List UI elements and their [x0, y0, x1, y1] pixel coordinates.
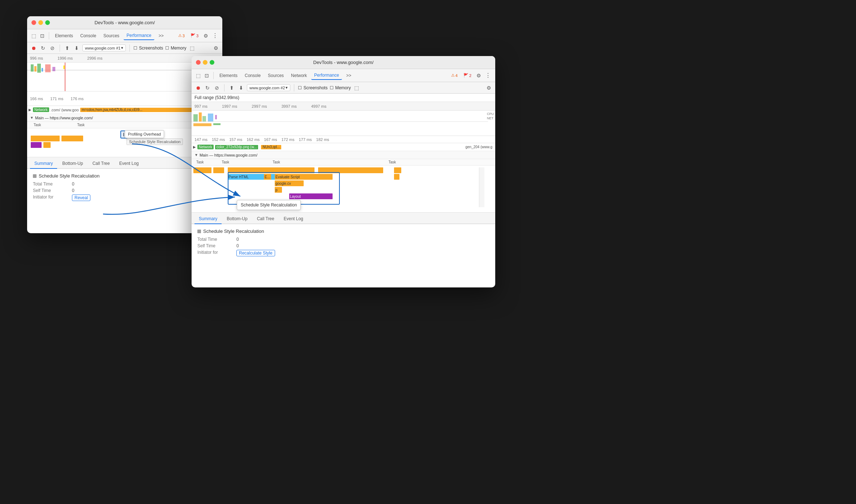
tab-calltree-2[interactable]: Call Tree [253, 214, 279, 224]
tab-network-2[interactable]: Network [288, 72, 310, 80]
flame-right-2 [394, 174, 399, 180]
flame-bar-1-4 [43, 142, 51, 148]
responsive-icon-2[interactable]: ⊡ [203, 72, 210, 79]
svg-rect-12 [202, 116, 206, 121]
screenshots-toggle-2[interactable]: ☐ Screenshots [298, 85, 328, 90]
tab-sources-1[interactable]: Sources [100, 32, 122, 40]
color-dot-1 [33, 174, 37, 178]
record-icon-1[interactable]: ⏺ [30, 44, 37, 52]
tab-more-1[interactable]: >> [156, 32, 167, 40]
capture-icon-1[interactable]: ⬚ [189, 44, 196, 52]
download-icon-1[interactable]: ⬇ [73, 44, 80, 52]
svg-rect-14 [215, 115, 217, 119]
tab-elements-1[interactable]: Elements [52, 32, 76, 40]
recalculate-link-2[interactable]: Recalculate Style [236, 250, 275, 256]
more-menu-2[interactable]: ⋮ [484, 72, 492, 79]
settings-icon-1[interactable]: ⚙ [202, 32, 209, 39]
devtools-window-2: DevTools - www.google.com/ ⬚ ⊡ Elements … [192, 56, 495, 287]
perf-toolbar-2: ⏺ ↻ ⊘ ⬆ ⬇ www.google.com #2 ▾ ☐ Screensh… [192, 82, 495, 94]
url-selector-1[interactable]: www.google.com #1 ▾ [82, 44, 126, 51]
svg-rect-4 [42, 68, 43, 72]
refresh-icon-1[interactable]: ↻ [39, 44, 47, 52]
flame-area-2[interactable]: Parse HTML E... Evaluate Script google.c… [192, 166, 495, 213]
flame-bar-1-2 [61, 136, 83, 141]
settings-icon-3[interactable]: ⚙ [475, 72, 482, 79]
self-time-row-1: Self Time 0 [33, 188, 217, 193]
svg-rect-6 [52, 67, 55, 71]
upload-icon-1[interactable]: ⬆ [64, 44, 71, 52]
tab-console-1[interactable]: Console [77, 32, 99, 40]
tab-summary-1[interactable]: Summary [30, 159, 57, 169]
clear-icon-2[interactable]: ⊘ [213, 84, 221, 91]
maximize-button-2[interactable] [210, 60, 214, 65]
minimize-button-2[interactable] [203, 60, 207, 65]
window-title-1: DevTools - www.google.com/ [95, 20, 155, 25]
tab-performance-2[interactable]: Performance [311, 71, 342, 80]
svg-rect-2 [34, 66, 37, 72]
tab-more-2[interactable]: >> [343, 72, 354, 80]
url-selector-2[interactable]: www.google.com #2 ▾ [247, 84, 290, 91]
svg-rect-15 [193, 123, 211, 126]
svg-rect-1 [31, 64, 34, 72]
tab-console-2[interactable]: Console [242, 72, 264, 80]
tab-calltree-1[interactable]: Call Tree [88, 159, 114, 169]
inspect-icon-1[interactable]: ⬚ [30, 32, 37, 39]
capture-icon-2[interactable]: ⬚ [353, 84, 360, 91]
record-icon-2[interactable]: ⏺ [194, 84, 202, 91]
task-label-2-3: Task [273, 160, 280, 164]
refresh-icon-2[interactable]: ↻ [204, 84, 211, 91]
network-right-2: gen_204 (www.g [466, 145, 493, 149]
cpu-net-labels: CPU NET [487, 112, 494, 120]
summary-title-1: Schedule Style Recalculation [33, 173, 217, 179]
warning-red-2: 🚩 2 [461, 72, 474, 78]
timeline-area-2[interactable]: CPU NET [192, 111, 495, 136]
settings-icon-4[interactable]: ⚙ [485, 84, 492, 91]
inspect-icon-2[interactable]: ⬚ [194, 72, 202, 79]
flame-eval-script: Evaluate Script [275, 174, 333, 180]
color-dot-2 [197, 230, 201, 233]
reveal-link-1[interactable]: Reveal [72, 195, 90, 201]
task-label-1-1: Task [34, 123, 41, 127]
settings-icon-2[interactable]: ⚙ [212, 44, 219, 52]
tab-elements-2[interactable]: Elements [217, 72, 240, 80]
tab-eventlog-2[interactable]: Event Log [279, 214, 308, 224]
summary-panel-2: Schedule Style Recalculation Total Time … [192, 224, 495, 262]
tab-performance-1[interactable]: Performance [124, 31, 154, 40]
close-button-2[interactable] [196, 60, 201, 65]
main-thread-label-1: Main — https://www.google.com/ [35, 116, 93, 120]
window-title-2: DevTools - www.google.com/ [313, 60, 374, 65]
timeline-bar-2: 147 ms 152 ms 157 ms 162 ms 167 ms 172 m… [192, 136, 495, 143]
network-row-2: ▶ Network color_272x92dp.png (w... NUn3,… [192, 143, 495, 151]
warning-red-1: 🚩 3 [188, 33, 201, 39]
svg-rect-10 [193, 114, 198, 121]
tab-bottomup-1[interactable]: Bottom-Up [58, 159, 87, 169]
network-badge-1: Network [33, 107, 49, 112]
task-label-2-2: Task [222, 160, 230, 164]
download-icon-2[interactable]: ⬇ [237, 84, 245, 91]
sched-style-tooltip-1: Schedule Style Recalculation [127, 138, 183, 145]
minimize-button-1[interactable] [38, 20, 43, 25]
scrollbar-2[interactable] [479, 167, 484, 207]
tab-eventlog-1[interactable]: Event Log [115, 159, 143, 169]
initiator-row-2: Initiator for Recalculate Style [197, 250, 489, 256]
upload-icon-2[interactable]: ⬆ [228, 84, 235, 91]
tab-sources-2[interactable]: Sources [265, 72, 287, 80]
tab-summary-2[interactable]: Summary [194, 214, 222, 224]
main-thread-label-2: Main — https://www.google.com/ [200, 153, 257, 157]
timeline-header-2: 997 ms 1997 ms 2997 ms 3997 ms 4997 ms [192, 102, 495, 111]
main-thread-header-2: ▼ Main — https://www.google.com/ [192, 151, 495, 159]
task-label-2-1: Task [196, 160, 204, 164]
memory-toggle-1[interactable]: ☐ Memory [165, 46, 186, 51]
close-button-1[interactable] [31, 20, 36, 25]
more-menu-1[interactable]: ⋮ [211, 32, 219, 39]
maximize-button-1[interactable] [45, 20, 50, 25]
svg-rect-8 [63, 65, 65, 69]
task-label-2-4: Task [389, 160, 396, 164]
tab-bottomup-2[interactable]: Bottom-Up [222, 214, 252, 224]
responsive-icon-1[interactable]: ⊡ [39, 32, 46, 39]
screenshots-toggle-1[interactable]: ☐ Screenshots [133, 46, 163, 51]
memory-toggle-2[interactable]: ☐ Memory [330, 85, 351, 90]
task-labels-2: Task Task Task Task [192, 159, 495, 166]
clear-icon-1[interactable]: ⊘ [49, 44, 56, 52]
network-query-2: NUn3,qd... [261, 145, 281, 149]
